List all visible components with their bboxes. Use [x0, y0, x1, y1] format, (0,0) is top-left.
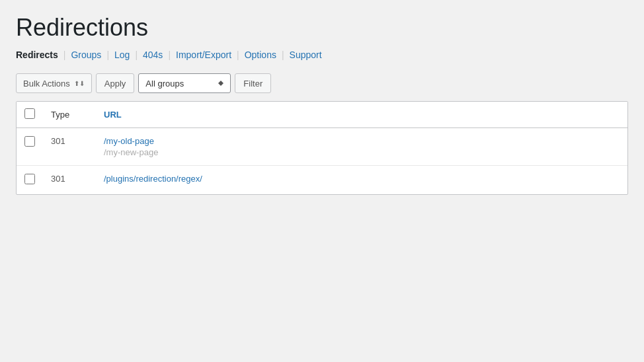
row-url-secondary-1: /my-new-page	[104, 147, 620, 157]
tab-support[interactable]: Support	[290, 50, 322, 60]
tab-redirects[interactable]: Redirects	[16, 50, 58, 60]
groups-select[interactable]: All groups	[138, 73, 231, 93]
sort-icon: ⬆⬇	[74, 80, 85, 87]
header-type: Type	[43, 102, 96, 128]
row-type-2: 301	[43, 166, 96, 195]
nav-tabs: Redirects | Groups | Log | 404s | Import…	[16, 50, 628, 60]
row-checkbox-1[interactable]	[24, 136, 35, 147]
row-checkbox-cell-2	[17, 166, 43, 195]
tab-options[interactable]: Options	[245, 50, 276, 60]
toolbar: Bulk Actions ⬆⬇ Apply All groups Filter	[16, 73, 628, 93]
select-all-checkbox[interactable]	[24, 108, 35, 119]
tab-groups[interactable]: Groups	[71, 50, 101, 60]
nav-sep-5: |	[237, 50, 239, 60]
filter-button[interactable]: Filter	[235, 73, 271, 93]
bulk-actions-button[interactable]: Bulk Actions ⬆⬇	[16, 73, 92, 93]
bulk-actions-label: Bulk Actions	[23, 79, 70, 89]
apply-button[interactable]: Apply	[96, 73, 135, 93]
tab-import-export[interactable]: Import/Export	[176, 50, 231, 60]
tab-log[interactable]: Log	[114, 50, 130, 60]
row-url-cell-1: /my-old-page /my-new-page	[96, 128, 627, 166]
tab-404s[interactable]: 404s	[143, 50, 163, 60]
page-title: Redirections	[16, 13, 628, 42]
page-wrapper: Redirections Redirects | Groups | Log | …	[0, 0, 644, 362]
nav-sep-2: |	[106, 50, 109, 60]
row-url-primary-1[interactable]: /my-old-page	[104, 136, 620, 146]
nav-sep-4: |	[168, 50, 171, 60]
table-row: 301 /my-old-page /my-new-page	[17, 128, 627, 166]
nav-sep-1: |	[63, 50, 66, 60]
row-url-primary-2[interactable]: /plugins/redirection/regex/	[104, 174, 620, 184]
nav-sep-3: |	[135, 50, 138, 60]
row-checkbox-cell-1	[17, 128, 43, 166]
row-type-1: 301	[43, 128, 96, 166]
groups-select-wrapper: All groups	[138, 73, 231, 93]
table-row: 301 /plugins/redirection/regex/	[17, 166, 627, 195]
redirects-table: Type URL 301 /my-old-page /my-new-page	[17, 102, 627, 194]
header-checkbox-cell	[17, 102, 43, 128]
table-header-row: Type URL	[17, 102, 627, 128]
redirects-table-container: Type URL 301 /my-old-page /my-new-page	[16, 101, 628, 195]
row-checkbox-2[interactable]	[24, 174, 35, 184]
header-url: URL	[96, 102, 627, 128]
row-url-cell-2: /plugins/redirection/regex/	[96, 166, 627, 195]
nav-sep-6: |	[282, 50, 284, 60]
